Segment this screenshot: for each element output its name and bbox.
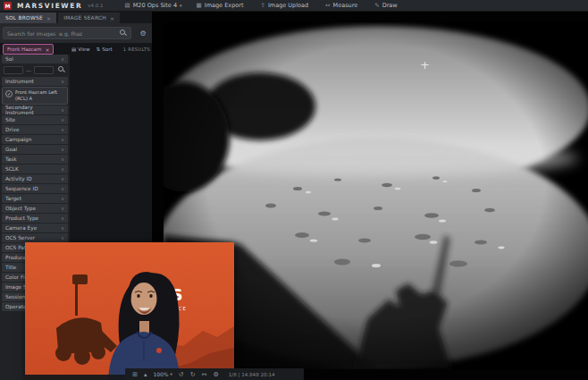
toolbar-icon[interactable]: ↔	[202, 371, 207, 378]
sidebar-section[interactable]: Task ∨	[2, 155, 68, 164]
chevron-down-icon: ▾	[180, 3, 182, 8]
results-count: 1 RESULTS	[123, 46, 150, 52]
chevron-down-icon: ∨	[61, 196, 64, 201]
search-icon[interactable]	[120, 30, 127, 37]
chevron-down-icon: ∨	[61, 225, 64, 231]
search-icon[interactable]	[58, 66, 65, 73]
chevron-down-icon: ∨	[61, 107, 64, 113]
menu-item-label: Image Upload	[268, 2, 308, 9]
sidebar-section[interactable]: OCS Server ∨	[2, 233, 68, 242]
menu-item-label: Image Export	[205, 2, 244, 9]
tab-image-search[interactable]: IMAGE SEARCH ×	[58, 13, 120, 23]
close-icon[interactable]: ×	[46, 15, 51, 21]
top-menu: ▤ M20 Ops Site 4 ▾ ▦ Image Export ⇧ Imag…	[125, 2, 400, 9]
top-menu-item[interactable]: ▦ Image Export	[197, 2, 247, 9]
chevron-down-icon: ∨	[61, 186, 64, 191]
toolbar-icons-left: ⊞ ▴	[132, 371, 147, 378]
menu-item-label: Draw	[382, 2, 398, 9]
tab-label: SOL BROWSE	[5, 15, 43, 21]
checkbox-icon[interactable]: ✓	[5, 90, 13, 97]
section-label: Secondary Instrument	[5, 105, 61, 115]
chevron-down-icon: ∨	[61, 56, 64, 62]
close-icon[interactable]: ×	[45, 46, 49, 53]
sort-icon: ⇅	[97, 46, 101, 52]
chevron-down-icon: ∨	[61, 79, 64, 84]
toolbar-icon[interactable]: ⊞	[132, 371, 138, 378]
sol-range-filter: —	[2, 64, 68, 75]
toolbar-icon[interactable]: ↺	[179, 371, 184, 378]
section-label: Sol	[5, 56, 13, 62]
menu-item-label: Measure	[333, 2, 358, 9]
section-label: Sequence ID	[5, 186, 38, 191]
instrument-filter-item[interactable]: ✓ Front Hazcam Left (RCL) A	[2, 87, 68, 105]
sort-label: Sort	[102, 46, 112, 52]
filter-chip-label: Front Hazcam	[7, 46, 41, 52]
marsviewer-app: M MARSVIEWER v4.0.1 ▤ M20 Ops Site 4 ▾ ▦…	[0, 0, 588, 380]
sort-button[interactable]: ⇅ Sort	[97, 46, 113, 52]
tabs-row: SOL BROWSE × IMAGE SEARCH ×	[0, 12, 152, 23]
sol-max-input[interactable]	[34, 66, 54, 74]
menu-item-label: M20 Ops Site 4	[133, 2, 177, 9]
sidebar-section-instrument[interactable]: Instrument ∨	[2, 77, 68, 86]
sidebar-section[interactable]: Target ∨	[2, 194, 68, 203]
section-label: OCS Server	[5, 235, 35, 241]
chevron-down-icon: ∨	[61, 215, 64, 221]
sidebar-section[interactable]: Secondary Instrument ∨	[2, 106, 68, 114]
sidebar-section-sol[interactable]: Sol ∨	[2, 55, 68, 63]
top-menu-item[interactable]: ↔ Measure	[325, 2, 360, 9]
chevron-down-icon: ▾	[171, 372, 172, 376]
toolbar-icon[interactable]: ▴	[144, 371, 147, 378]
view-button[interactable]: ▤ View	[71, 46, 90, 52]
section-label: Camera Eye	[5, 225, 37, 231]
section-label: Title	[5, 265, 16, 270]
sidebar-section[interactable]: Goal ∨	[2, 145, 68, 154]
filter-chip[interactable]: Front Hazcam ×	[3, 44, 54, 55]
search-input[interactable]	[4, 30, 120, 37]
tab-label: IMAGE SEARCH	[63, 15, 106, 21]
sidebar-section[interactable]: Campaign ∨	[2, 135, 68, 144]
menu-item-icon: ✎	[374, 2, 379, 9]
chevron-down-icon: ∨	[61, 127, 64, 132]
top-menu-item[interactable]: ▤ M20 Ops Site 4 ▾	[125, 2, 182, 9]
instrument-item-label: Front Hazcam Left (RCL) A	[15, 89, 64, 102]
sidebar-section[interactable]: SCLK ∨	[2, 165, 68, 173]
top-menu-item[interactable]: ✎ Draw	[374, 2, 399, 9]
view-icon: ▤	[71, 46, 76, 52]
zoom-level-control[interactable]: 100% ▾	[153, 371, 172, 377]
sidebar-section[interactable]: Site ∨	[2, 115, 68, 124]
section-label: SCLK	[5, 166, 19, 172]
chevron-down-icon: ∨	[61, 156, 64, 162]
app-version: v4.0.1	[88, 3, 103, 8]
chevron-down-icon: ∨	[61, 137, 64, 142]
sidebar-section[interactable]: Activity ID ∨	[2, 174, 68, 183]
tab-sol-browse[interactable]: SOL BROWSE ×	[0, 13, 56, 23]
section-label: Campaign	[5, 137, 31, 142]
menu-item-icon: ⇧	[260, 2, 265, 9]
chevron-down-icon: ∨	[61, 147, 64, 152]
section-label: Product Type	[5, 215, 38, 221]
cursor-crosshair: +	[420, 58, 430, 72]
chevron-down-icon: ∨	[61, 235, 64, 241]
sidebar-section[interactable]: Camera Eye ∨	[2, 224, 68, 232]
section-label: Object Type	[5, 206, 36, 211]
range-dash: —	[26, 67, 31, 73]
view-label: View	[78, 46, 89, 52]
section-label: Activity ID	[5, 176, 32, 182]
app-logo: M	[4, 2, 12, 10]
toolbar-icon[interactable]: ⚙	[213, 371, 218, 378]
search-row: ⚙	[0, 23, 152, 43]
toolbar-icon[interactable]: ↻	[190, 371, 196, 378]
sidebar-section[interactable]: Product Type ∨	[2, 214, 68, 223]
sidebar-section[interactable]: Sequence ID ∨	[2, 184, 68, 193]
chevron-down-icon: ∨	[61, 176, 64, 182]
app-title: MARSVIEWER	[17, 2, 82, 10]
top-menu-item[interactable]: ⇧ Image Upload	[260, 2, 311, 9]
gear-icon[interactable]: ⚙	[137, 27, 149, 39]
close-icon[interactable]: ×	[110, 15, 114, 21]
top-bar: M MARSVIEWER v4.0.1 ▤ M20 Ops Site 4 ▾ ▦…	[0, 0, 588, 12]
sol-min-input[interactable]	[4, 66, 23, 74]
sidebar-section[interactable]: Drive ∨	[2, 125, 68, 134]
menu-item-icon: ↔	[325, 2, 330, 9]
section-label: Task	[5, 156, 17, 162]
sidebar-section[interactable]: Object Type ∨	[2, 204, 68, 213]
